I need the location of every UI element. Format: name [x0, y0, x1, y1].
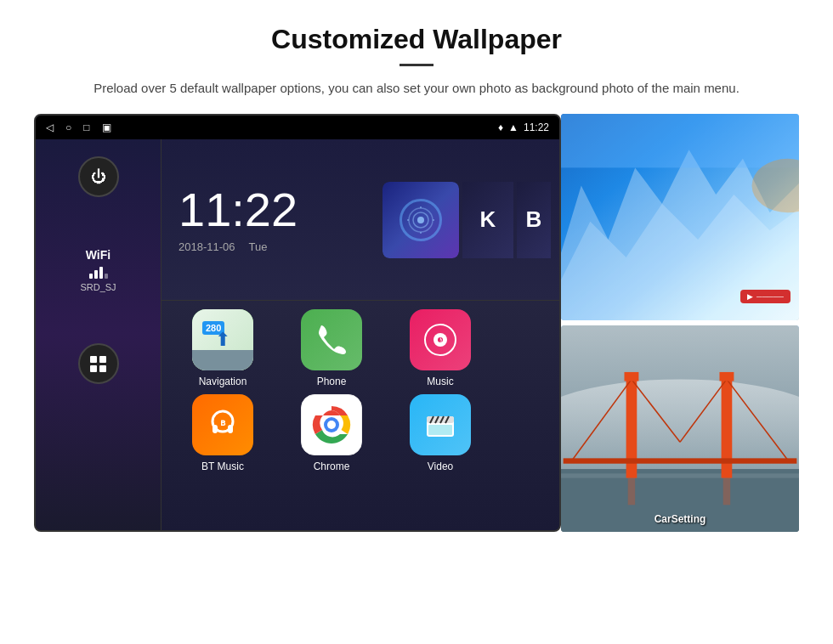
signal-tile-bg: [382, 182, 459, 258]
clock-day: Tue: [249, 240, 268, 253]
app-item-chrome[interactable]: Chrome: [280, 394, 382, 472]
phone-label: Phone: [317, 376, 347, 387]
recents-icon: □: [83, 121, 89, 133]
b-shortcut[interactable]: B: [517, 182, 551, 258]
nav-road: [192, 350, 253, 370]
title-divider: [400, 64, 434, 66]
wifi-ssid: SRD_SJ: [80, 282, 116, 292]
nav-map-bg: 280 ⬆: [192, 309, 253, 370]
app-grid: 280 ⬆ Navigation: [162, 301, 559, 530]
signal-icon: ▲: [508, 121, 518, 133]
app-item-phone[interactable]: Phone: [280, 309, 382, 387]
app-item-navigation[interactable]: 280 ⬆ Navigation: [172, 309, 274, 387]
apps-grid-button[interactable]: [78, 343, 119, 384]
svg-text:♪: ♪: [438, 333, 444, 347]
wifi-bars: [80, 265, 116, 279]
top-section: 11:22 2018-11-06 Tue: [162, 139, 559, 301]
svg-rect-24: [428, 425, 452, 435]
left-sidebar: ⏻ WiFi SRD_SJ: [36, 139, 162, 530]
btmusic-label: BT Music: [201, 460, 244, 472]
header: Customized Wallpaper Preload over 5 defa…: [0, 0, 833, 114]
status-right: ♦ ▲ 11:22: [498, 121, 549, 133]
svg-point-17: [327, 421, 336, 429]
app-item-music[interactable]: ♪ Music: [389, 309, 491, 387]
nav-arrow-icon: ⬆: [215, 329, 230, 351]
wifi-signal-icon: [400, 199, 442, 241]
clock-time: 11:22: [178, 186, 357, 234]
device-body: ⏻ WiFi SRD_SJ: [36, 139, 559, 530]
page-wrapper: Customized Wallpaper Preload over 5 defa…: [0, 0, 833, 644]
signal-tile[interactable]: [382, 182, 459, 258]
home-icon: ○: [65, 121, 71, 133]
wifi-bar-1: [89, 274, 93, 279]
status-left: ◁ ○ □ ▣: [46, 121, 111, 133]
chrome-label: Chrome: [314, 460, 350, 472]
svg-point-2: [417, 217, 424, 223]
status-bar: ◁ ○ □ ▣ ♦ ▲ 11:22: [36, 116, 559, 139]
content-area: ◁ ○ □ ▣ ♦ ▲ 11:22 ⏻ WiFi: [0, 114, 833, 532]
status-time: 11:22: [524, 121, 549, 133]
wifi-bar-3: [99, 267, 103, 279]
media-widget: ▶ ─────: [740, 290, 790, 303]
wifi-label: WiFi: [80, 248, 116, 262]
svg-rect-13: [228, 425, 233, 433]
svg-rect-33: [561, 473, 799, 477]
wallpaper-ice[interactable]: ▶ ─────: [561, 114, 799, 320]
svg-rect-42: [719, 372, 734, 381]
video-label: Video: [428, 460, 453, 472]
app-item-video[interactable]: Video: [389, 394, 491, 472]
btmusic-icon: ʙ: [192, 394, 253, 455]
navigation-label: Navigation: [199, 376, 247, 387]
wifi-bar-4: [105, 274, 108, 279]
chrome-icon: [301, 394, 362, 455]
music-label: Music: [427, 376, 453, 387]
svg-rect-43: [628, 478, 635, 506]
svg-text:ʙ: ʙ: [220, 417, 226, 427]
svg-rect-44: [723, 478, 730, 506]
svg-rect-40: [564, 458, 797, 463]
location-icon: ♦: [498, 121, 503, 133]
app-row-1: 280 ⬆ Navigation: [172, 309, 549, 387]
carsetting-label: CarSetting: [561, 513, 799, 525]
navigation-icon: 280 ⬆: [192, 309, 253, 370]
wallpaper-golden-gate[interactable]: CarSetting: [561, 325, 799, 532]
wifi-widget: WiFi SRD_SJ: [80, 248, 116, 292]
music-icon: ♪: [410, 309, 471, 370]
page-subtitle: Preload over 5 default wallpaper options…: [68, 78, 765, 99]
wallpaper-thumbnails: ▶ ─────: [561, 114, 799, 532]
svg-rect-41: [624, 372, 638, 381]
svg-rect-12: [212, 425, 218, 433]
power-button[interactable]: ⏻: [78, 156, 119, 197]
phone-icon: [301, 309, 362, 370]
main-content: 11:22 2018-11-06 Tue: [162, 139, 559, 530]
app-item-btmusic[interactable]: ʙ BT Music: [172, 394, 274, 472]
device-mockup: ◁ ○ □ ▣ ♦ ▲ 11:22 ⏻ WiFi: [34, 114, 561, 532]
clock-date: 2018-11-06 Tue: [178, 240, 357, 253]
back-icon: ◁: [46, 121, 54, 133]
shortcut-tiles: K B: [374, 139, 559, 300]
wifi-bar-2: [94, 270, 98, 279]
page-title: Customized Wallpaper: [68, 24, 765, 55]
svg-rect-28: [561, 114, 799, 167]
apps-grid-icon: [90, 356, 106, 372]
screenshot-icon: ▣: [102, 121, 111, 133]
k-shortcut[interactable]: K: [462, 182, 513, 258]
clock-area: 11:22 2018-11-06 Tue: [162, 139, 374, 300]
clock-date-value: 2018-11-06: [178, 240, 235, 253]
video-icon: [410, 394, 471, 455]
app-row-2: ʙ BT Music: [172, 394, 549, 472]
